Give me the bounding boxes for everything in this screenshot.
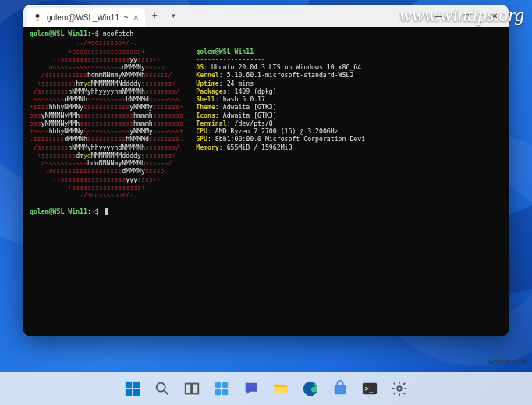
svg-point-0 [36, 14, 40, 18]
cursor [105, 208, 108, 215]
svg-rect-5 [126, 389, 132, 396]
terminal-window: golem@WSL_Win11: ~ ✕ + ▾ — □ ✕ golem@WSL… [23, 5, 509, 336]
svg-rect-17 [335, 385, 346, 394]
taskview-button[interactable] [178, 375, 206, 403]
tab-dropdown-icon[interactable]: ▾ [164, 12, 183, 20]
svg-point-2 [36, 19, 40, 21]
chat-button[interactable] [237, 375, 265, 403]
edge-button[interactable] [296, 375, 325, 403]
watermark-top: www.wintips.org [399, 5, 524, 26]
nf-rule: ------------------ [196, 55, 265, 63]
store-button[interactable] [326, 375, 354, 403]
command-text: neofetch [103, 30, 133, 37]
svg-rect-3 [126, 382, 132, 388]
svg-point-20 [397, 386, 402, 391]
taskbar: >_ [0, 372, 532, 405]
svg-point-7 [157, 383, 165, 392]
nf-title: golem@WSL_Win11 [196, 48, 254, 55]
prompt-userhost: golem@WSL_Win11 [30, 30, 87, 37]
explorer-button[interactable] [267, 375, 295, 403]
svg-rect-4 [133, 382, 140, 388]
settings-taskbar-button[interactable] [385, 375, 413, 403]
svg-rect-6 [133, 389, 140, 396]
svg-rect-14 [222, 389, 228, 395]
tab-active[interactable]: golem@WSL_Win11: ~ ✕ [27, 8, 145, 27]
neofetch-info: golem@WSL_Win11 ------------------ OS: U… [196, 39, 502, 199]
terminal-taskbar-button[interactable]: >_ [356, 375, 384, 403]
svg-rect-10 [193, 384, 198, 394]
ubuntu-ascii-logo: .-/+oossssoo+/-. `:+ssssssssssssssssss+:… [30, 39, 183, 199]
tab-close-icon[interactable]: ✕ [133, 13, 139, 22]
svg-rect-13 [215, 389, 221, 395]
start-button[interactable] [119, 375, 147, 403]
tab-title: golem@WSL_Win11: ~ [47, 13, 128, 22]
svg-rect-12 [222, 382, 228, 388]
svg-rect-11 [215, 382, 221, 388]
watermark-bottom: wsxdn.com [488, 357, 527, 366]
widgets-button[interactable] [207, 375, 236, 403]
prompt-userhost: golem@WSL_Win11 [30, 208, 87, 215]
search-button[interactable] [148, 375, 176, 403]
tux-icon [33, 12, 42, 22]
svg-text:>_: >_ [365, 384, 374, 393]
svg-line-8 [165, 391, 168, 395]
new-tab-button[interactable]: + [145, 10, 164, 21]
svg-rect-9 [186, 384, 191, 394]
terminal-body[interactable]: golem@WSL_Win11:~$ neofetch .-/+oossssoo… [23, 27, 509, 336]
svg-rect-15 [275, 387, 288, 393]
